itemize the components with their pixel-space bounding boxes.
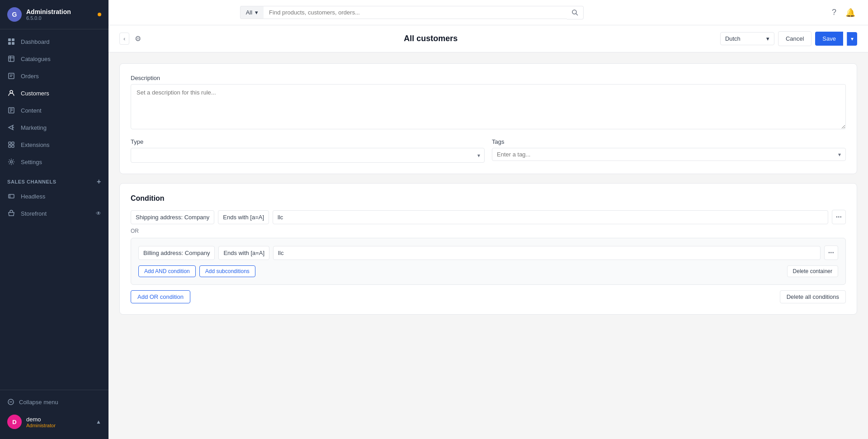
sidebar-item-extensions[interactable]: Extensions [0,136,108,153]
sidebar-item-headless-label: Headless [21,193,45,200]
sales-channels-label: Sales Channels [7,179,57,184]
delete-all-conditions-button[interactable]: Delete all conditions [780,290,846,303]
svg-rect-18 [9,145,11,147]
settings-icon [7,158,15,166]
page-header: ‹ ⚙ All customers Dutch ▾ Cancel Save ▾ [108,25,868,52]
sidebar-item-orders[interactable]: Orders [0,67,108,85]
tags-chevron-icon: ▾ [838,151,841,158]
sub-condition-container: Billing address: Company Ends with [a=A]… [131,238,846,285]
description-label: Description [131,75,846,81]
add-or-condition-button[interactable]: Add OR condition [131,290,190,303]
sidebar-item-extensions-label: Extensions [21,142,50,148]
tags-input-container[interactable]: ▾ [492,148,846,161]
condition-field-2: Billing address: Company [138,246,215,260]
sidebar-item-catalogues[interactable]: Catalogues [0,50,108,67]
sidebar-item-marketing[interactable]: Marketing [0,119,108,136]
condition-field-1: Shipping address: Company [131,210,214,224]
search-all-chevron-icon: ▾ [255,9,258,16]
svg-rect-0 [8,38,11,41]
user-avatar: D [7,415,22,429]
save-dropdown-button[interactable]: ▾ [847,32,857,46]
type-label: Type [131,138,485,145]
search-submit-button[interactable] [567,6,584,19]
help-button[interactable]: ? [830,6,838,19]
sidebar-item-marketing-label: Marketing [21,124,47,131]
user-chevron-icon: ▲ [96,419,101,425]
collapse-menu-button[interactable]: Collapse menu [7,396,101,408]
page-settings-button[interactable]: ⚙ [135,34,141,43]
sidebar-brand-name: Administration [26,8,71,15]
or-label: OR [131,228,846,234]
language-chevron-icon: ▾ [766,35,769,42]
svg-rect-7 [9,73,14,79]
user-profile[interactable]: D demo Administrator ▲ [7,410,101,434]
condition-row-1: Shipping address: Company Ends with [a=A… [131,210,846,224]
save-button[interactable]: Save [815,32,843,46]
marketing-icon [7,123,15,132]
storefront-visibility-icon: 👁 [96,210,101,217]
search-input[interactable] [264,6,567,19]
condition-operator-1: Ends with [a=A] [218,210,269,224]
add-sales-channel-button[interactable]: + [97,178,101,186]
svg-rect-4 [9,56,14,61]
svg-rect-16 [9,142,11,144]
search-all-button[interactable]: All ▾ [240,6,264,19]
dashboard-icon [7,38,15,46]
sidebar-item-headless[interactable]: Headless [0,188,108,205]
back-button[interactable]: ‹ [119,33,129,45]
content-area: Description Type ▾ Tags [108,52,868,439]
svg-point-20 [10,161,13,163]
sidebar-item-customers-label: Customers [21,90,49,97]
svg-rect-21 [9,194,14,198]
sidebar-item-content[interactable]: Content [0,102,108,119]
sidebar-item-customers[interactable]: Customers [0,85,108,102]
sidebar-item-dashboard[interactable]: Dashboard [0,33,108,50]
add-subconditions-button[interactable]: Add subconditions [199,265,255,277]
add-and-condition-button[interactable]: Add AND condition [138,265,196,277]
sidebar-item-settings[interactable]: Settings [0,153,108,170]
condition-value-1[interactable] [273,210,828,224]
language-selector[interactable]: Dutch ▾ [720,32,774,45]
condition-more-button-2[interactable]: ··· [824,245,838,260]
storefront-icon [7,209,15,217]
sidebar-item-storefront-label: Storefront [21,210,47,217]
catalogue-icon [7,55,15,63]
svg-line-26 [576,14,578,15]
description-group: Description [131,75,846,131]
customers-icon [7,89,15,97]
type-select-wrapper: ▾ [131,148,485,163]
type-tags-row: Type ▾ Tags ▾ [131,138,846,163]
tags-input[interactable] [497,151,838,158]
delete-container-button[interactable]: Delete container [787,265,838,277]
description-textarea[interactable] [131,84,846,129]
condition-value-2[interactable] [273,246,821,260]
main-content: All ▾ ? 🔔 ‹ ⚙ All customers Dutch ▾ Canc… [108,0,868,439]
cancel-button[interactable]: Cancel [778,31,811,46]
sidebar-header: G Administration 6.5.0.0 [0,0,108,29]
sidebar-logo: G [7,7,22,22]
svg-rect-19 [12,145,14,147]
tags-label: Tags [492,138,846,145]
language-label: Dutch [725,35,741,42]
condition-row-2: Billing address: Company Ends with [a=A]… [138,245,838,260]
headless-icon [7,192,15,200]
description-card: Description Type ▾ Tags [119,63,857,174]
search-container: All ▾ [240,6,584,19]
orders-icon [7,72,15,80]
header-actions: Dutch ▾ Cancel Save ▾ [720,31,857,46]
sidebar-item-storefront[interactable]: Storefront 👁 [0,205,108,222]
svg-rect-3 [12,42,14,45]
tags-group: Tags ▾ [492,138,846,163]
extensions-icon [7,141,15,149]
sales-channels-header: Sales Channels + [0,170,108,188]
user-info: demo Administrator [26,416,91,428]
sidebar-item-content-label: Content [21,107,42,114]
type-group: Type ▾ [131,138,485,163]
search-icon [571,9,579,16]
type-select[interactable] [131,148,485,163]
notifications-button[interactable]: 🔔 [844,6,857,19]
sub-condition-actions: Add AND condition Add subconditions Dele… [138,265,838,277]
collapse-icon [7,398,14,406]
sidebar-item-settings-label: Settings [21,159,42,165]
condition-more-button-1[interactable]: ··· [832,210,846,224]
